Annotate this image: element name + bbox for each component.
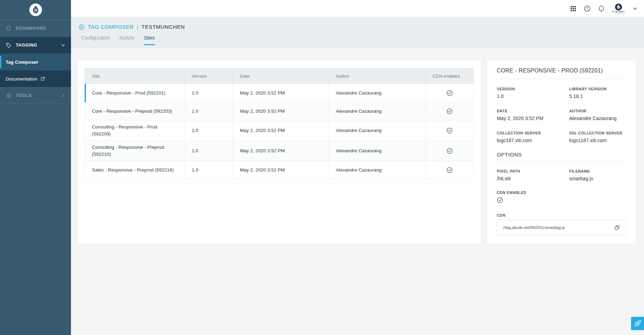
site-table-body: Core - Responsive - Prod (592201)1.0May … xyxy=(85,84,474,179)
sidebar-item-label: Tag Composer xyxy=(6,60,38,65)
author-cell: Alexandre Cazaurang xyxy=(329,120,425,140)
author-cell: Alexandre Cazaurang xyxy=(329,84,425,102)
sidebar-item-documentation[interactable]: Documentation xyxy=(0,70,71,87)
field-date: DATE May 2, 2020 3:52 PM xyxy=(497,109,569,121)
check-circle-icon xyxy=(446,108,453,114)
table-row[interactable]: Consulting - Responsive - Preprod (59221… xyxy=(85,141,474,161)
cdn-enabled-cell xyxy=(425,161,473,179)
column-header-date: Date xyxy=(233,68,329,84)
author-cell: Alexandre Cazaurang xyxy=(329,102,425,120)
options-fields: PIXEL PATH /hit.xiti FILENAME smarttag.j… xyxy=(497,162,626,181)
rocket-icon xyxy=(634,320,641,327)
field-version: VERSION 1.0 xyxy=(497,87,569,99)
account-chevron-down-icon[interactable] xyxy=(632,6,638,11)
cdn-enabled-cell xyxy=(425,84,473,102)
field-author: AUTHOR Alexandre Cazaurang xyxy=(569,109,626,121)
version-cell: 1.0 xyxy=(185,161,233,179)
column-header-cdn: CDN enabled xyxy=(425,68,473,84)
check-circle-icon xyxy=(497,197,503,203)
tag-icon xyxy=(6,42,12,48)
cdn-url-value: //tag.aticdn.net/592201/smarttag.js xyxy=(503,225,614,230)
cdn-enabled-cell xyxy=(425,120,473,140)
field-collection-server: COLLECTION SERVER logc187.xiti.com xyxy=(497,131,569,143)
check-circle-icon xyxy=(446,127,453,134)
version-cell: 1.0 xyxy=(185,120,233,140)
sidebar-item-label: TAGGING xyxy=(16,43,57,48)
sidebar-item-label: DASHBOARD xyxy=(16,26,65,31)
version-cell: 1.0 xyxy=(185,84,233,102)
brand-drop-icon xyxy=(29,3,42,16)
table-row[interactable]: Sales - Responsive - Preprod (592216)1.0… xyxy=(85,161,474,179)
column-header-version: Version xyxy=(185,68,233,84)
sidebar-item-label: TOOLS xyxy=(16,93,57,98)
table-header-row: Site Version Date Author CDN enabled xyxy=(85,68,474,84)
column-header-site: Site xyxy=(85,68,185,84)
date-cell: May 2, 2020 3:52 PM xyxy=(233,84,329,102)
sidebar-item-tagging[interactable]: TAGGING xyxy=(0,37,71,54)
table-row[interactable]: Core - Responsive - Preprod (592203)1.0M… xyxy=(85,102,474,120)
field-pixel-path: PIXEL PATH /hit.xiti xyxy=(497,169,569,181)
cdn-enabled-cell xyxy=(425,102,473,120)
gear-icon xyxy=(6,93,12,99)
copy-icon[interactable] xyxy=(614,224,621,231)
notifications-bell-icon[interactable] xyxy=(598,5,604,12)
home-icon xyxy=(6,25,12,31)
detail-panel: CORE - RESPONSIVE - PROD (592201) VERSIO… xyxy=(487,61,636,244)
page-title-site: TESTMUNCHEN xyxy=(141,24,185,30)
options-heading: OPTIONS xyxy=(497,152,626,162)
date-cell: May 2, 2020 3:52 PM xyxy=(233,141,329,161)
check-circle-icon xyxy=(446,167,453,173)
account-name: AT INTERNET xyxy=(612,11,625,13)
site-cell: Sales - Responsive - Preprod (592216) xyxy=(85,161,185,179)
table-row[interactable]: Consulting - Responsive - Prod (592209)1… xyxy=(85,120,474,141)
rocket-button[interactable] xyxy=(631,317,644,330)
back-arrow-circle-icon[interactable] xyxy=(79,24,85,30)
tab-bar: Configuration Activity Sites xyxy=(81,35,644,45)
column-header-author: Author xyxy=(329,68,425,84)
account-tagline xyxy=(614,13,623,14)
sidebar-nav: DASHBOARD TAGGING Tag Composer Documenta… xyxy=(0,20,71,104)
chevron-right-icon xyxy=(61,93,65,98)
author-cell: Alexandre Cazaurang xyxy=(329,141,425,161)
site-cell: Core - Responsive - Prod (592201) xyxy=(85,84,185,102)
site-cell: Consulting - Responsive - Preprod (59221… xyxy=(85,141,185,161)
tab-activity[interactable]: Activity xyxy=(119,35,135,45)
tab-configuration[interactable]: Configuration xyxy=(81,35,110,45)
account-avatar[interactable]: AT INTERNET xyxy=(612,4,625,14)
date-cell: May 2, 2020 3:52 PM xyxy=(233,161,329,179)
date-cell: May 2, 2020 3:52 PM xyxy=(233,102,329,120)
external-link-icon xyxy=(40,76,45,81)
app-logo[interactable] xyxy=(0,0,71,20)
sites-table-card: Site Version Date Author CDN enabled Cor… xyxy=(78,61,481,244)
topbar: ? AT INTERNET xyxy=(71,0,644,17)
field-filename: FILENAME smarttag.js xyxy=(569,169,626,181)
site-cell: Consulting - Responsive - Prod (592209) xyxy=(85,120,185,140)
help-icon[interactable]: ? xyxy=(584,5,591,12)
detail-fields: VERSION 1.0 LIBRARY VERSION 5.18.1 DATE … xyxy=(497,79,626,143)
sidebar-item-dashboard[interactable]: DASHBOARD xyxy=(0,20,71,37)
version-cell: 1.0 xyxy=(185,102,233,120)
site-cell: Core - Responsive - Preprod (592203) xyxy=(85,102,185,120)
chevron-down-icon xyxy=(61,43,65,48)
detail-panel-title: CORE - RESPONSIVE - PROD (592201) xyxy=(497,68,626,79)
sidebar-item-tools[interactable]: TOOLS xyxy=(0,87,71,104)
cdn-url-field[interactable]: //tag.aticdn.net/592201/smarttag.js xyxy=(497,220,626,235)
field-ssl-collection-server: SSL COLLECTION SERVER logs1187.xiti.com xyxy=(569,131,626,143)
sidebar-item-tag-composer[interactable]: Tag Composer xyxy=(0,54,71,70)
check-circle-icon xyxy=(446,148,453,154)
date-cell: May 2, 2020 3:52 PM xyxy=(233,120,329,140)
field-cdn: CDN //tag.aticdn.net/592201/smarttag.js xyxy=(497,213,626,235)
version-cell: 1.0 xyxy=(185,141,233,161)
svg-text:?: ? xyxy=(586,7,588,11)
sidebar: DASHBOARD TAGGING Tag Composer Documenta… xyxy=(0,0,71,335)
sidebar-item-label: Documentation xyxy=(6,76,37,82)
cdn-enabled-cell xyxy=(425,141,473,161)
apps-grid-icon[interactable] xyxy=(570,6,576,12)
account-logo-icon xyxy=(615,4,622,11)
page-title-app: TAG COMPOSER xyxy=(88,24,134,30)
check-circle-icon xyxy=(446,90,453,96)
page-header: TAG COMPOSER | TESTMUNCHEN Configuration… xyxy=(71,17,644,48)
tab-sites[interactable]: Sites xyxy=(144,35,155,45)
table-row[interactable]: Core - Responsive - Prod (592201)1.0May … xyxy=(85,84,474,102)
title-separator: | xyxy=(137,24,138,30)
